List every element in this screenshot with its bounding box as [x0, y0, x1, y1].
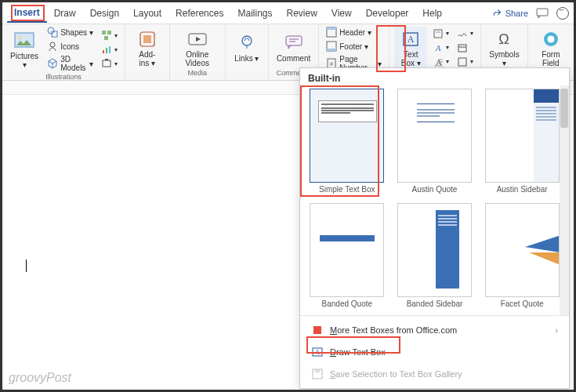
comments-icon[interactable]	[536, 7, 549, 20]
gallery-scrollbar[interactable]	[560, 85, 569, 315]
ribbon-tabs: Insert Draw Design Layout References Mai…	[2, 2, 574, 24]
text-box-button[interactable]: A Text Box ▾	[394, 27, 427, 69]
tab-layout[interactable]: Layout	[126, 5, 168, 22]
group-label-illustrations: Illustrations	[45, 73, 82, 82]
tab-insert[interactable]: Insert	[7, 4, 47, 23]
video-icon	[187, 31, 208, 48]
save-icon	[311, 368, 324, 380]
object-icon	[457, 56, 468, 67]
gallery-footer: More Text Boxes from Office.com › A Draw…	[300, 315, 569, 388]
chart-button[interactable]: ▾	[99, 43, 120, 56]
gallery-item-banded-sidebar[interactable]: Banded Sidebar	[394, 203, 476, 313]
pictures-button[interactable]: Pictures ▾	[7, 28, 42, 71]
share-button[interactable]: Share	[492, 8, 528, 18]
group-label-links	[246, 69, 248, 78]
symbols-button[interactable]: Ω Symbols ▾	[486, 27, 522, 69]
gallery-item-austin-quote[interactable]: Austin Quote	[394, 89, 476, 198]
word-window: Insert Draw Design Layout References Mai…	[0, 0, 576, 392]
datetime-icon	[457, 42, 468, 53]
group-addins: Add- ins ▾	[125, 24, 170, 80]
office-icon	[311, 324, 324, 336]
header-icon	[326, 27, 337, 38]
chart-icon	[101, 44, 112, 55]
addins-icon	[138, 30, 157, 49]
svg-text:A: A	[435, 43, 441, 53]
tab-design[interactable]: Design	[83, 5, 126, 22]
feedback-icon[interactable]	[556, 7, 569, 20]
gallery-grid: Simple Text Box Austin Quote Austin Side…	[300, 85, 569, 315]
pictures-icon	[14, 32, 34, 49]
quickparts-button[interactable]: ▾	[430, 27, 451, 40]
gallery-item-facet-quote[interactable]: Facet Quote	[481, 203, 563, 313]
tab-help[interactable]: Help	[415, 5, 449, 22]
share-icon	[492, 8, 502, 18]
smartart-button[interactable]: ▾	[99, 29, 120, 42]
tab-developer[interactable]: Developer	[359, 5, 416, 22]
svg-rect-18	[286, 36, 302, 45]
signature-button[interactable]: ▾	[455, 27, 476, 40]
chevron-right-icon: ›	[555, 325, 558, 335]
svg-text:A: A	[408, 34, 415, 45]
smartart-icon	[101, 30, 112, 41]
svg-rect-0	[537, 9, 548, 16]
icons-icon	[47, 41, 58, 52]
links-button[interactable]: Links ▾	[230, 31, 263, 64]
svg-rect-36	[458, 45, 466, 52]
wordart-icon: A	[433, 42, 444, 53]
addins-button[interactable]: Add- ins ▾	[130, 27, 165, 69]
svg-rect-7	[107, 31, 111, 34]
draw-textbox-icon: A	[311, 346, 324, 358]
footer-button[interactable]: Footer ▾	[324, 40, 384, 53]
3d-models-button[interactable]: 3D Models ▾	[45, 54, 96, 73]
shapes-button[interactable]: Shapes ▾	[45, 26, 96, 38]
footer-icon	[326, 41, 337, 52]
comment-button[interactable]: Comment	[274, 31, 313, 64]
svg-rect-24	[327, 49, 336, 51]
svg-rect-30	[436, 31, 440, 33]
dropcap-button[interactable]: A▾	[430, 56, 451, 68]
icons-button[interactable]: Icons	[45, 40, 96, 53]
svg-rect-4	[52, 31, 57, 37]
textbox-gallery: Built-in Simple Text Box Austin Quote Au…	[299, 67, 570, 389]
svg-rect-29	[434, 30, 442, 38]
group-label-addins	[147, 69, 149, 78]
tab-references[interactable]: References	[168, 5, 230, 22]
textbox-icon: A	[401, 31, 420, 48]
gallery-item-banded-quote[interactable]: Banded Quote	[306, 203, 388, 313]
svg-rect-13	[105, 59, 108, 60]
draw-textbox-menu[interactable]: A Draw Text Box	[300, 341, 569, 363]
quickparts-icon	[433, 28, 444, 39]
group-label-media: Media	[188, 69, 208, 78]
tab-review[interactable]: Review	[279, 5, 324, 22]
wordart-button[interactable]: A▾	[430, 42, 451, 54]
tab-view[interactable]: View	[324, 5, 359, 22]
header-button[interactable]: Header ▾	[324, 26, 384, 38]
svg-rect-38	[458, 58, 466, 66]
cube-icon	[47, 58, 58, 69]
screenshot-button[interactable]: ▾	[99, 57, 120, 70]
shapes-icon	[47, 27, 58, 38]
svg-point-5	[50, 42, 55, 47]
comment-icon	[284, 34, 303, 52]
text-cursor	[26, 260, 27, 272]
more-textboxes-menu[interactable]: More Text Boxes from Office.com ›	[300, 319, 569, 341]
link-icon	[237, 34, 256, 52]
svg-rect-45	[313, 326, 321, 334]
tab-mailings[interactable]: Mailings	[230, 5, 279, 22]
svg-text:Ω: Ω	[499, 31, 509, 47]
svg-point-17	[242, 36, 252, 45]
svg-rect-22	[327, 27, 336, 30]
svg-rect-8	[104, 36, 108, 40]
dropcap-icon: A	[433, 56, 444, 67]
svg-rect-15	[143, 35, 151, 43]
screenshot-icon	[101, 58, 112, 69]
svg-point-3	[48, 27, 54, 34]
tab-draw[interactable]: Draw	[47, 5, 83, 22]
datetime-button[interactable]	[455, 42, 476, 54]
online-videos-button[interactable]: Online Videos	[175, 27, 220, 69]
form-field-button[interactable]: Form Field	[533, 27, 569, 69]
svg-text:#: #	[330, 61, 333, 67]
gallery-item-simple-text-box[interactable]: Simple Text Box	[306, 89, 388, 198]
gallery-item-austin-sidebar[interactable]: Austin Sidebar	[481, 89, 563, 198]
object-button[interactable]: ▾	[455, 56, 476, 68]
